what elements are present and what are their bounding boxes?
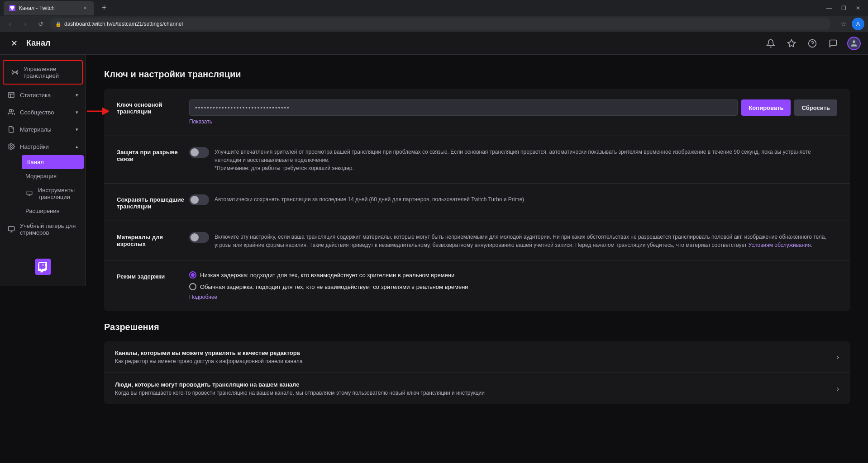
stream-key-input-row: Копировать Сбросить xyxy=(189,99,837,116)
delay-low-radio[interactable] xyxy=(189,271,196,279)
adult-content-content: Включите эту настройку, если ваша трансл… xyxy=(189,232,837,249)
connection-protection-desc: Улучшите впечатления зрителей от просмот… xyxy=(215,148,837,172)
sidebar-item-broadcast[interactable]: Управление трансляцией xyxy=(4,61,82,84)
main-layout: Управление трансляцией Статистика ▾ xyxy=(0,55,868,463)
reset-button[interactable]: Сбросить xyxy=(794,99,837,116)
svg-rect-6 xyxy=(9,92,14,98)
topbar: ✕ Канал xyxy=(0,32,868,55)
stats-label: Статистика xyxy=(20,92,71,99)
broadcast-icon xyxy=(11,68,19,76)
lock-icon: 🔒 xyxy=(55,21,62,27)
sidebar-item-channel[interactable]: Канал xyxy=(22,155,84,169)
connection-protection-toggle[interactable] xyxy=(189,147,209,158)
broadcast-control-highlighted: Управление трансляцией xyxy=(3,60,83,85)
sidebar-item-bootcamp[interactable]: Учебный лагерь для стримеров xyxy=(0,218,86,241)
url-text: dashboard.twitch.tv/u/testcam21/settings… xyxy=(64,21,183,27)
browser-chrome: Канал - Twitch ✕ + — ❐ ✕ xyxy=(0,0,868,16)
save-vods-content: Автоматически сохранять трансляции за по… xyxy=(189,194,837,205)
gift-button[interactable] xyxy=(785,37,798,50)
twitch-logo-container xyxy=(0,241,86,282)
window-controls: — ❐ ✕ xyxy=(823,2,864,14)
sidebar-item-stats[interactable]: Статистика ▾ xyxy=(0,86,86,104)
browser-tab[interactable]: Канал - Twitch ✕ xyxy=(4,1,94,15)
forward-button[interactable]: › xyxy=(19,18,32,30)
svg-rect-12 xyxy=(8,227,14,231)
delay-normal-option[interactable]: Обычная задержка: подходит для тех, кто … xyxy=(189,283,837,290)
profile-button[interactable]: A xyxy=(852,18,864,30)
new-tab-button[interactable]: + xyxy=(98,2,110,14)
sidebar-item-moderation[interactable]: Модерация xyxy=(20,169,86,183)
chat-button[interactable] xyxy=(826,37,840,50)
editor-channels-text: Каналы, которыми вы можете управлять в к… xyxy=(115,350,837,364)
more-link[interactable]: Подробнее xyxy=(189,294,837,300)
svg-marker-0 xyxy=(788,39,796,47)
close-window-button[interactable]: ✕ xyxy=(852,2,864,14)
topbar-title: Канал xyxy=(26,38,51,48)
stream-key-input[interactable] xyxy=(189,99,738,116)
stats-chevron: ▾ xyxy=(76,92,78,98)
minimize-button[interactable]: — xyxy=(823,2,835,14)
connection-protection-toggle-row: Улучшите впечатления зрителей от просмот… xyxy=(189,147,837,172)
restore-button[interactable]: ❐ xyxy=(837,2,850,14)
sidebar: Управление трансляцией Статистика ▾ xyxy=(0,55,86,286)
adult-content-row: Материалы для взрослых Включите эту наст… xyxy=(104,221,850,260)
stream-key-section-title: Ключ и настройки трансляции xyxy=(104,69,850,80)
sidebar-item-content[interactable]: Материалы ▾ xyxy=(0,121,86,138)
delay-low-label: Низкая задержка: подходит для тех, кто в… xyxy=(200,272,454,279)
stats-icon xyxy=(7,91,15,99)
sidebar-item-community[interactable]: Сообщество ▾ xyxy=(0,104,86,121)
show-link[interactable]: Показать xyxy=(189,118,212,125)
sidebar-close-button[interactable]: ✕ xyxy=(7,37,21,50)
delay-normal-label: Обычная задержка: подходит для тех, кто … xyxy=(200,283,468,290)
main-content: Ключ и настройки трансляции Ключ основно… xyxy=(86,55,868,463)
tos-link[interactable]: Условиям обслуживания xyxy=(749,242,811,248)
save-vods-label: Сохранять прошедшие трансляции xyxy=(117,194,189,210)
bootcamp-icon xyxy=(7,225,15,233)
editor-channels-desc: Как редактор вы имеете право доступа к и… xyxy=(115,358,837,364)
reload-button[interactable]: ↺ xyxy=(34,18,47,30)
adult-content-desc: Включите эту настройку, если ваша трансл… xyxy=(215,233,837,249)
sidebar-item-extensions[interactable]: Расширения xyxy=(20,204,86,218)
tab-title: Канал - Twitch xyxy=(19,5,55,11)
delay-normal-radio[interactable] xyxy=(189,283,196,290)
address-bar[interactable]: 🔒 dashboard.twitch.tv/u/testcam21/settin… xyxy=(50,18,831,30)
editor-channels-item[interactable]: Каналы, которыми вы можете управлять в к… xyxy=(104,341,850,373)
adult-content-toggle[interactable] xyxy=(189,232,209,243)
app: ✕ Канал xyxy=(0,32,868,463)
delay-mode-row: Режим задержки Низкая задержка: подходит… xyxy=(104,260,850,311)
sidebar-wrapper: Управление трансляцией Статистика ▾ xyxy=(0,55,86,463)
community-icon xyxy=(7,108,15,116)
copy-button[interactable]: Копировать xyxy=(741,99,791,116)
back-button[interactable]: ‹ xyxy=(4,18,16,30)
notifications-button[interactable] xyxy=(764,37,777,50)
delay-mode-content: Низкая задержка: подходит для тех, кто в… xyxy=(189,271,837,300)
hosted-streams-chevron: › xyxy=(837,385,839,393)
save-vods-toggle[interactable] xyxy=(189,194,209,205)
user-avatar[interactable] xyxy=(847,37,861,50)
bookmark-button[interactable]: ☆ xyxy=(837,18,850,30)
svg-rect-15 xyxy=(35,259,51,275)
community-label: Сообщество xyxy=(20,109,71,116)
content-chevron: ▾ xyxy=(76,127,78,132)
help-button[interactable] xyxy=(806,37,819,50)
svg-point-7 xyxy=(9,109,11,112)
stream-key-row: Ключ основной трансляции Копировать Сбро… xyxy=(104,89,850,136)
community-chevron: ▾ xyxy=(76,109,78,115)
delay-low-option[interactable]: Низкая задержка: подходит для тех, кто в… xyxy=(189,271,837,279)
close-tab-button[interactable]: ✕ xyxy=(81,5,89,12)
moderation-label: Модерация xyxy=(25,173,80,180)
hosted-streams-desc: Когда вы приглашаете кого-то провести тр… xyxy=(115,390,837,396)
settings-label: Настройки xyxy=(20,143,71,150)
save-vods-desc: Автоматически сохранять трансляции за по… xyxy=(215,195,524,203)
stream-key-label: Ключ основной трансляции xyxy=(117,99,189,115)
hosted-streams-item[interactable]: Люди, которые могут проводить трансляцию… xyxy=(104,373,850,404)
sidebar-item-settings[interactable]: Настройки ▴ xyxy=(0,138,86,155)
permissions-card: Каналы, которыми вы можете управлять в к… xyxy=(104,341,850,404)
connection-protection-label: Защита при разрыве связи xyxy=(117,147,189,162)
save-vods-row: Сохранять прошедшие трансляции Автоматич… xyxy=(104,184,850,221)
save-vods-toggle-row: Автоматически сохранять трансляции за по… xyxy=(189,194,837,205)
editor-channels-title: Каналы, которыми вы можете управлять в к… xyxy=(115,350,837,356)
twitch-logo xyxy=(35,259,51,275)
sidebar-item-stream-tools[interactable]: Инструменты трансляции xyxy=(20,183,86,204)
bootcamp-label: Учебный лагерь для стримеров xyxy=(20,222,78,236)
